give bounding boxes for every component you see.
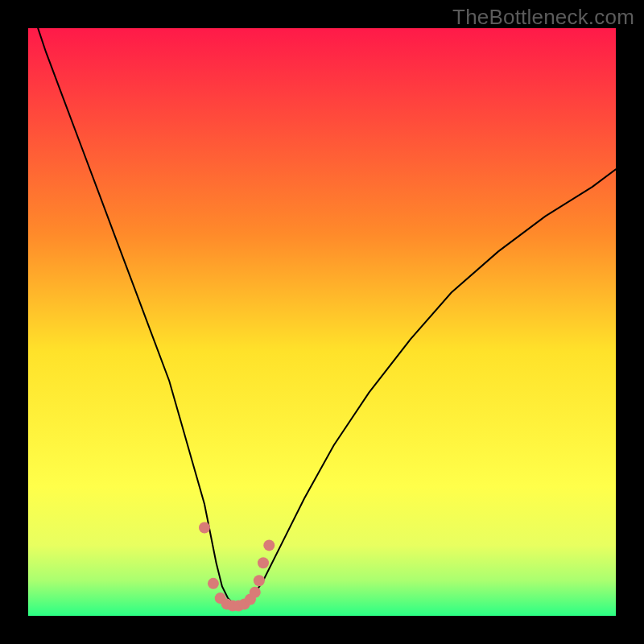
watermark-text: TheBottleneck.com [452,5,634,30]
highlight-dots-point [254,575,265,586]
plot-area [28,28,616,616]
chart-frame: TheBottleneck.com [0,0,644,644]
gradient-background [28,28,616,616]
highlight-dots-point [208,578,219,589]
highlight-dots-point [258,557,269,568]
chart-svg [28,28,616,616]
highlight-dots-point [199,522,210,534]
highlight-dots-point [263,539,275,551]
highlight-dots-point [250,587,261,598]
